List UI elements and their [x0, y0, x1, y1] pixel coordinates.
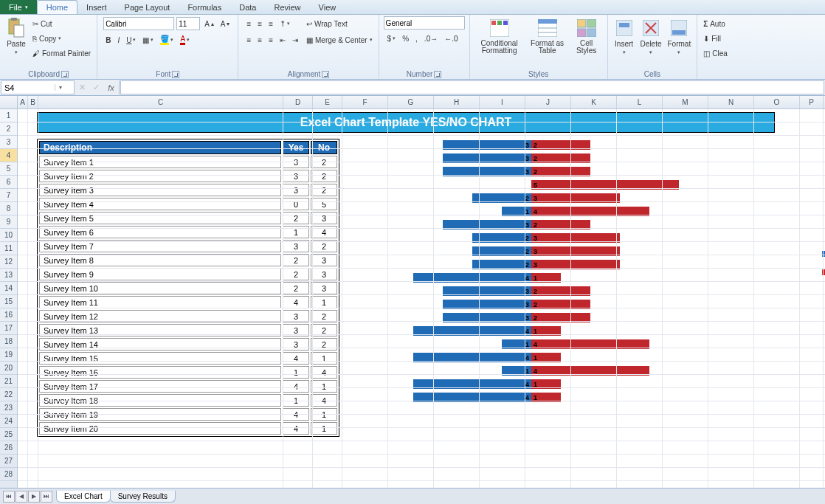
- decrease-indent-button[interactable]: ⇤: [277, 33, 288, 46]
- insert-cells-button[interactable]: Insert▾: [612, 16, 636, 57]
- next-sheet-button[interactable]: ▶: [28, 491, 40, 503]
- row-header-17[interactable]: 17: [0, 322, 17, 335]
- paste-button[interactable]: Paste▾: [4, 16, 28, 57]
- clear-button[interactable]: ◫ Clea: [702, 46, 729, 61]
- spreadsheet-grid[interactable]: ABCDEFGHIJKLMNOP 12345678910111213141516…: [0, 96, 825, 488]
- row-header-25[interactable]: 25: [0, 428, 17, 441]
- row-header-10[interactable]: 10: [0, 229, 17, 242]
- conditional-formatting-button[interactable]: Conditional Formatting: [474, 16, 525, 56]
- first-sheet-button[interactable]: ⏮: [3, 491, 15, 503]
- row-header-3[interactable]: 3: [0, 136, 17, 149]
- bold-button[interactable]: B: [103, 33, 113, 46]
- cell-styles-button[interactable]: Cell Styles: [570, 16, 603, 56]
- col-header-H[interactable]: H: [434, 96, 480, 108]
- row-header-24[interactable]: 24: [0, 415, 17, 428]
- col-header-P[interactable]: P: [800, 96, 824, 108]
- row-header-18[interactable]: 18: [0, 335, 17, 348]
- col-header-G[interactable]: G: [388, 96, 434, 108]
- row-header-8[interactable]: 8: [0, 202, 17, 215]
- delete-cells-button[interactable]: Delete▾: [639, 16, 663, 57]
- row-header-9[interactable]: 9: [0, 215, 17, 229]
- col-header-M[interactable]: M: [663, 96, 708, 108]
- row-header-2[interactable]: 2: [0, 122, 17, 136]
- col-header-D[interactable]: D: [283, 96, 313, 108]
- row-header-1[interactable]: 1: [0, 109, 17, 122]
- col-header-F[interactable]: F: [342, 96, 388, 108]
- col-header-A[interactable]: A: [18, 96, 28, 108]
- comma-button[interactable]: ,: [413, 32, 420, 45]
- decrease-decimal-button[interactable]: ←.0: [442, 32, 460, 45]
- col-header-J[interactable]: J: [525, 96, 571, 108]
- merge-center-button[interactable]: ▦Merge & Center▾: [305, 32, 374, 47]
- row-header-5[interactable]: 5: [0, 162, 17, 176]
- row-header-7[interactable]: 7: [0, 189, 17, 202]
- tab-formulas[interactable]: Formulas: [179, 0, 230, 14]
- align-bottom-button[interactable]: ≡: [266, 17, 275, 30]
- row-header-12[interactable]: 12: [0, 255, 17, 269]
- dialog-launcher-icon[interactable]: [61, 71, 69, 78]
- name-box-input[interactable]: [1, 83, 55, 92]
- tab-view[interactable]: View: [310, 0, 345, 14]
- col-header-O[interactable]: O: [754, 96, 800, 108]
- font-color-button[interactable]: A▾: [178, 33, 192, 46]
- row-header-6[interactable]: 6: [0, 176, 17, 189]
- align-middle-button[interactable]: ≡: [255, 17, 264, 30]
- select-all-corner[interactable]: [0, 96, 18, 108]
- fill-color-button[interactable]: 🪣▾: [158, 33, 176, 46]
- row-header-21[interactable]: 21: [0, 375, 17, 388]
- increase-indent-button[interactable]: ⇥: [290, 33, 300, 46]
- last-sheet-button[interactable]: ⏭: [41, 491, 52, 503]
- format-painter-button[interactable]: 🖌Format Painter: [31, 46, 92, 61]
- row-header-20[interactable]: 20: [0, 362, 17, 375]
- chevron-down-icon[interactable]: ▾: [55, 84, 65, 91]
- row-header-27[interactable]: 27: [0, 455, 17, 468]
- col-header-I[interactable]: I: [480, 96, 525, 108]
- cut-button[interactable]: ✂Cut: [31, 16, 92, 31]
- tab-review[interactable]: Review: [265, 0, 309, 14]
- align-top-button[interactable]: ≡: [244, 17, 253, 30]
- row-header-19[interactable]: 19: [0, 348, 17, 362]
- sheet-tab-survey-results[interactable]: Survey Results: [110, 491, 176, 503]
- tab-page-layout[interactable]: Page Layout: [116, 0, 179, 14]
- cells-area[interactable]: Excel Chart Template YES/NO CHART Descri…: [18, 109, 825, 488]
- percent-button[interactable]: %: [400, 32, 411, 45]
- autosum-button[interactable]: Σ Auto: [702, 16, 727, 31]
- underline-button[interactable]: U▾: [124, 33, 138, 46]
- formula-input[interactable]: [120, 80, 824, 94]
- row-header-4[interactable]: 4: [0, 149, 17, 162]
- row-header-28[interactable]: 28: [0, 468, 17, 481]
- row-header-14[interactable]: 14: [0, 282, 17, 295]
- row-header-13[interactable]: 13: [0, 269, 17, 282]
- dialog-launcher-icon[interactable]: [322, 71, 329, 78]
- col-header-C[interactable]: C: [38, 96, 283, 108]
- font-name-select[interactable]: [103, 17, 174, 30]
- sheet-tab-excel-chart[interactable]: Excel Chart: [56, 491, 111, 503]
- tab-insert[interactable]: Insert: [77, 0, 116, 14]
- increase-decimal-button[interactable]: .0→: [422, 32, 440, 45]
- dialog-launcher-icon[interactable]: [434, 71, 441, 78]
- number-format-select[interactable]: [384, 16, 465, 30]
- grow-font-button[interactable]: A▴: [202, 17, 216, 30]
- col-header-E[interactable]: E: [313, 96, 342, 108]
- col-header-B[interactable]: B: [28, 96, 38, 108]
- orientation-button[interactable]: ⤒▾: [277, 17, 292, 30]
- tab-data[interactable]: Data: [230, 0, 265, 14]
- prev-sheet-button[interactable]: ◀: [15, 491, 27, 503]
- file-tab[interactable]: File▾: [0, 0, 37, 14]
- shrink-font-button[interactable]: A▾: [218, 17, 232, 30]
- format-as-table-button[interactable]: Format as Table: [528, 16, 567, 56]
- fx-icon[interactable]: fx: [103, 80, 120, 94]
- italic-button[interactable]: I: [115, 33, 122, 46]
- format-cells-button[interactable]: Format▾: [666, 16, 693, 57]
- wrap-text-button[interactable]: ↩Wrap Text: [305, 16, 374, 31]
- col-header-N[interactable]: N: [708, 96, 754, 108]
- fill-button[interactable]: ⬇ Fill: [702, 31, 722, 46]
- tab-home[interactable]: Home: [37, 0, 77, 14]
- dialog-launcher-icon[interactable]: [172, 71, 179, 78]
- border-button[interactable]: ▦▾: [140, 33, 156, 46]
- copy-button[interactable]: ⎘Copy▾: [31, 31, 92, 46]
- currency-button[interactable]: $▾: [385, 32, 398, 45]
- col-header-L[interactable]: L: [617, 96, 663, 108]
- col-header-K[interactable]: K: [571, 96, 617, 108]
- row-header-11[interactable]: 11: [0, 242, 17, 255]
